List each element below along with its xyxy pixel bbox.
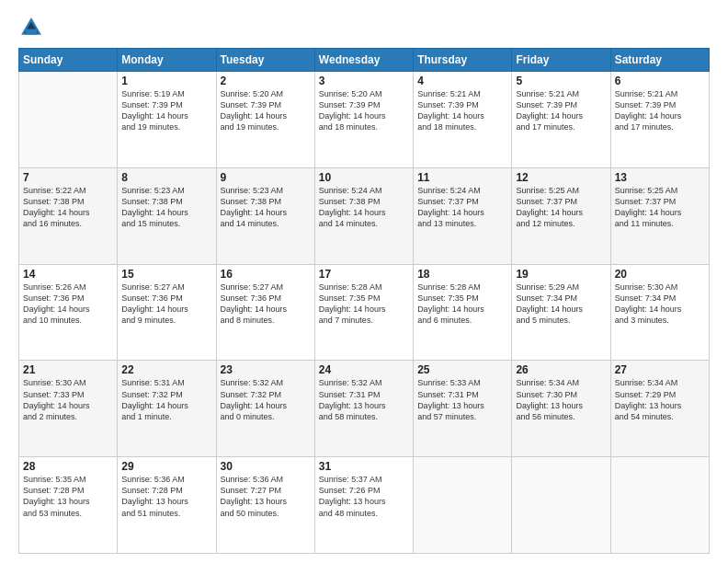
calendar-week-row: 14Sunrise: 5:26 AM Sunset: 7:36 PM Dayli… xyxy=(19,264,710,361)
calendar-cell xyxy=(19,72,118,168)
day-info: Sunrise: 5:31 AM Sunset: 7:32 PM Dayligh… xyxy=(121,377,211,422)
calendar-cell: 5Sunrise: 5:21 AM Sunset: 7:39 PM Daylig… xyxy=(512,72,610,168)
day-info: Sunrise: 5:30 AM Sunset: 7:33 PM Dayligh… xyxy=(23,377,113,422)
calendar-cell: 9Sunrise: 5:23 AM Sunset: 7:38 PM Daylig… xyxy=(216,167,314,264)
svg-rect-2 xyxy=(26,29,37,35)
calendar-cell: 23Sunrise: 5:32 AM Sunset: 7:32 PM Dayli… xyxy=(216,361,314,457)
day-number: 26 xyxy=(516,363,606,376)
day-info: Sunrise: 5:19 AM Sunset: 7:39 PM Dayligh… xyxy=(121,88,211,133)
day-info: Sunrise: 5:34 AM Sunset: 7:29 PM Dayligh… xyxy=(615,377,705,422)
calendar-cell: 22Sunrise: 5:31 AM Sunset: 7:32 PM Dayli… xyxy=(118,361,216,457)
day-number: 30 xyxy=(221,460,311,473)
day-number: 9 xyxy=(221,171,311,184)
calendar-cell: 25Sunrise: 5:33 AM Sunset: 7:31 PM Dayli… xyxy=(414,361,512,457)
day-number: 19 xyxy=(516,268,606,281)
calendar-cell: 20Sunrise: 5:30 AM Sunset: 7:34 PM Dayli… xyxy=(610,264,709,361)
day-number: 11 xyxy=(417,171,507,184)
day-number: 1 xyxy=(121,75,211,87)
day-info: Sunrise: 5:29 AM Sunset: 7:34 PM Dayligh… xyxy=(516,282,606,327)
day-number: 7 xyxy=(23,171,113,184)
day-info: Sunrise: 5:32 AM Sunset: 7:32 PM Dayligh… xyxy=(221,377,311,422)
calendar-week-row: 28Sunrise: 5:35 AM Sunset: 7:28 PM Dayli… xyxy=(19,457,710,554)
day-number: 27 xyxy=(615,363,705,376)
calendar-cell: 24Sunrise: 5:32 AM Sunset: 7:31 PM Dayli… xyxy=(314,361,413,457)
day-number: 18 xyxy=(417,268,507,281)
calendar-cell xyxy=(512,457,610,554)
day-info: Sunrise: 5:36 AM Sunset: 7:28 PM Dayligh… xyxy=(121,474,211,519)
calendar-cell: 7Sunrise: 5:22 AM Sunset: 7:38 PM Daylig… xyxy=(19,167,118,264)
day-info: Sunrise: 5:21 AM Sunset: 7:39 PM Dayligh… xyxy=(516,88,606,133)
day-number: 3 xyxy=(319,75,409,87)
page: SundayMondayTuesdayWednesdayThursdayFrid… xyxy=(0,0,728,563)
day-number: 12 xyxy=(516,171,606,184)
calendar-cell: 12Sunrise: 5:25 AM Sunset: 7:37 PM Dayli… xyxy=(512,167,610,264)
calendar-cell: 29Sunrise: 5:36 AM Sunset: 7:28 PM Dayli… xyxy=(118,457,216,554)
day-number: 10 xyxy=(319,171,409,184)
calendar-cell: 2Sunrise: 5:20 AM Sunset: 7:39 PM Daylig… xyxy=(216,72,314,168)
day-info: Sunrise: 5:25 AM Sunset: 7:37 PM Dayligh… xyxy=(615,185,705,230)
day-header-wednesday: Wednesday xyxy=(314,49,413,72)
calendar-week-row: 1Sunrise: 5:19 AM Sunset: 7:39 PM Daylig… xyxy=(19,72,710,168)
calendar-cell: 28Sunrise: 5:35 AM Sunset: 7:28 PM Dayli… xyxy=(19,457,118,554)
calendar-cell: 15Sunrise: 5:27 AM Sunset: 7:36 PM Dayli… xyxy=(118,264,216,361)
calendar-cell: 8Sunrise: 5:23 AM Sunset: 7:38 PM Daylig… xyxy=(118,167,216,264)
calendar-cell: 1Sunrise: 5:19 AM Sunset: 7:39 PM Daylig… xyxy=(118,72,216,168)
day-info: Sunrise: 5:25 AM Sunset: 7:37 PM Dayligh… xyxy=(516,185,606,230)
day-info: Sunrise: 5:21 AM Sunset: 7:39 PM Dayligh… xyxy=(615,88,705,133)
day-info: Sunrise: 5:20 AM Sunset: 7:39 PM Dayligh… xyxy=(221,88,311,133)
day-header-sunday: Sunday xyxy=(19,49,118,72)
day-info: Sunrise: 5:23 AM Sunset: 7:38 PM Dayligh… xyxy=(121,185,211,230)
day-info: Sunrise: 5:27 AM Sunset: 7:36 PM Dayligh… xyxy=(221,282,311,327)
day-info: Sunrise: 5:24 AM Sunset: 7:38 PM Dayligh… xyxy=(319,185,409,230)
day-info: Sunrise: 5:28 AM Sunset: 7:35 PM Dayligh… xyxy=(319,282,409,327)
day-number: 16 xyxy=(221,268,311,281)
day-info: Sunrise: 5:22 AM Sunset: 7:38 PM Dayligh… xyxy=(23,185,113,230)
calendar-cell: 21Sunrise: 5:30 AM Sunset: 7:33 PM Dayli… xyxy=(19,361,118,457)
day-info: Sunrise: 5:27 AM Sunset: 7:36 PM Dayligh… xyxy=(121,282,211,327)
calendar-cell: 30Sunrise: 5:36 AM Sunset: 7:27 PM Dayli… xyxy=(216,457,314,554)
day-info: Sunrise: 5:33 AM Sunset: 7:31 PM Dayligh… xyxy=(417,377,507,422)
calendar-cell: 14Sunrise: 5:26 AM Sunset: 7:36 PM Dayli… xyxy=(19,264,118,361)
day-info: Sunrise: 5:21 AM Sunset: 7:39 PM Dayligh… xyxy=(417,88,507,133)
calendar-cell: 27Sunrise: 5:34 AM Sunset: 7:29 PM Dayli… xyxy=(610,361,709,457)
day-header-saturday: Saturday xyxy=(610,49,709,72)
calendar-cell: 16Sunrise: 5:27 AM Sunset: 7:36 PM Dayli… xyxy=(216,264,314,361)
day-number: 17 xyxy=(319,268,409,281)
calendar-cell: 11Sunrise: 5:24 AM Sunset: 7:37 PM Dayli… xyxy=(414,167,512,264)
day-number: 24 xyxy=(319,363,409,376)
calendar-cell xyxy=(414,457,512,554)
day-number: 28 xyxy=(23,460,113,473)
day-info: Sunrise: 5:30 AM Sunset: 7:34 PM Dayligh… xyxy=(615,282,705,327)
day-number: 5 xyxy=(516,75,606,87)
calendar-header-row: SundayMondayTuesdayWednesdayThursdayFrid… xyxy=(19,49,710,72)
calendar-cell: 18Sunrise: 5:28 AM Sunset: 7:35 PM Dayli… xyxy=(414,264,512,361)
calendar-cell: 4Sunrise: 5:21 AM Sunset: 7:39 PM Daylig… xyxy=(414,72,512,168)
day-info: Sunrise: 5:26 AM Sunset: 7:36 PM Dayligh… xyxy=(23,282,113,327)
day-info: Sunrise: 5:35 AM Sunset: 7:28 PM Dayligh… xyxy=(23,474,113,519)
calendar-week-row: 7Sunrise: 5:22 AM Sunset: 7:38 PM Daylig… xyxy=(19,167,710,264)
day-number: 2 xyxy=(221,75,311,87)
calendar-cell: 10Sunrise: 5:24 AM Sunset: 7:38 PM Dayli… xyxy=(314,167,413,264)
day-info: Sunrise: 5:37 AM Sunset: 7:26 PM Dayligh… xyxy=(319,474,409,519)
calendar-cell: 17Sunrise: 5:28 AM Sunset: 7:35 PM Dayli… xyxy=(314,264,413,361)
day-info: Sunrise: 5:28 AM Sunset: 7:35 PM Dayligh… xyxy=(417,282,507,327)
day-header-tuesday: Tuesday xyxy=(216,49,314,72)
day-number: 25 xyxy=(417,363,507,376)
day-header-thursday: Thursday xyxy=(414,49,512,72)
day-info: Sunrise: 5:36 AM Sunset: 7:27 PM Dayligh… xyxy=(221,474,311,519)
day-info: Sunrise: 5:24 AM Sunset: 7:37 PM Dayligh… xyxy=(417,185,507,230)
logo xyxy=(18,15,48,40)
calendar-cell: 3Sunrise: 5:20 AM Sunset: 7:39 PM Daylig… xyxy=(314,72,413,168)
day-info: Sunrise: 5:34 AM Sunset: 7:30 PM Dayligh… xyxy=(516,377,606,422)
day-info: Sunrise: 5:32 AM Sunset: 7:31 PM Dayligh… xyxy=(319,377,409,422)
calendar-cell: 19Sunrise: 5:29 AM Sunset: 7:34 PM Dayli… xyxy=(512,264,610,361)
calendar-table: SundayMondayTuesdayWednesdayThursdayFrid… xyxy=(18,48,710,554)
day-info: Sunrise: 5:20 AM Sunset: 7:39 PM Dayligh… xyxy=(319,88,409,133)
calendar-cell: 26Sunrise: 5:34 AM Sunset: 7:30 PM Dayli… xyxy=(512,361,610,457)
day-number: 4 xyxy=(417,75,507,87)
day-info: Sunrise: 5:23 AM Sunset: 7:38 PM Dayligh… xyxy=(221,185,311,230)
day-number: 23 xyxy=(221,363,311,376)
calendar-cell: 6Sunrise: 5:21 AM Sunset: 7:39 PM Daylig… xyxy=(610,72,709,168)
day-number: 22 xyxy=(121,363,211,376)
calendar-week-row: 21Sunrise: 5:30 AM Sunset: 7:33 PM Dayli… xyxy=(19,361,710,457)
